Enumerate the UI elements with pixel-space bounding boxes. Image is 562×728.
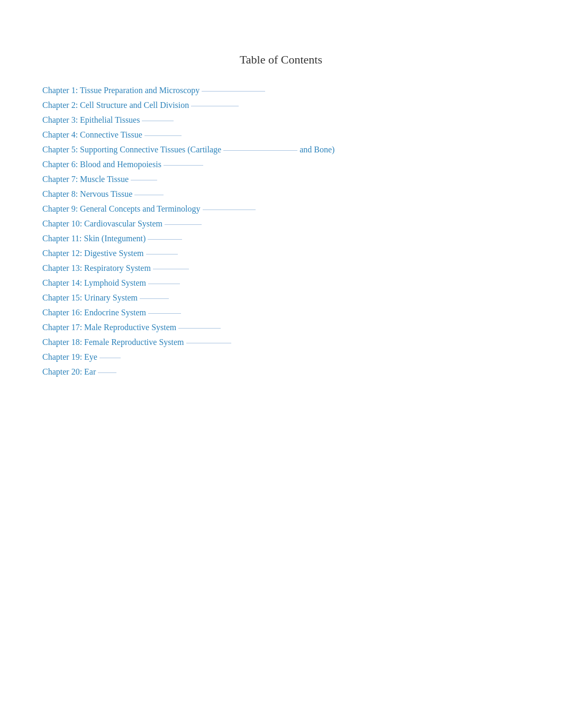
toc-dots	[203, 210, 256, 210]
toc-dots	[99, 358, 121, 358]
toc-item: Chapter 11: Skin (Integument)	[42, 234, 520, 243]
chapter-9-link[interactable]: Chapter 9: General Concepts and Terminol…	[42, 204, 201, 214]
toc-dots	[144, 135, 182, 136]
toc-item: Chapter 10: Cardiovascular System	[42, 219, 520, 229]
toc-item: Chapter 12: Digestive System	[42, 249, 520, 258]
chapter-20-link[interactable]: Chapter 20: Ear	[42, 367, 96, 377]
toc-dots	[186, 343, 231, 343]
toc-dots	[191, 106, 239, 106]
toc-item: Chapter 15: Urinary System	[42, 293, 520, 303]
chapter-1-link[interactable]: Chapter 1: Tissue Preparation and Micros…	[42, 86, 200, 95]
toc-item: Chapter 1: Tissue Preparation and Micros…	[42, 86, 520, 95]
toc-dots	[153, 269, 189, 269]
chapter-17-link[interactable]: Chapter 17: Male Reproductive System	[42, 323, 176, 332]
toc-dots	[202, 91, 265, 92]
toc-item: Chapter 9: General Concepts and Terminol…	[42, 204, 520, 214]
chapter-11-link[interactable]: Chapter 11: Skin (Integument)	[42, 234, 146, 243]
chapter-18-link[interactable]: Chapter 18: Female Reproductive System	[42, 338, 184, 347]
toc-item: Chapter 2: Cell Structure and Cell Divis…	[42, 101, 520, 110]
toc-dots	[140, 298, 169, 299]
toc-dots	[178, 328, 221, 329]
page-title: Table of Contents	[42, 53, 520, 67]
chapter-2-link[interactable]: Chapter 2: Cell Structure and Cell Divis…	[42, 101, 189, 110]
toc-dots	[148, 284, 180, 284]
toc-list: Chapter 1: Tissue Preparation and Micros…	[42, 86, 520, 377]
toc-item: Chapter 3: Epithelial Tissues	[42, 115, 520, 125]
chapter-7-link[interactable]: Chapter 7: Muscle Tissue	[42, 175, 129, 184]
toc-item: Chapter 13: Respiratory System	[42, 263, 520, 273]
toc-dots	[223, 150, 297, 151]
toc-dots	[134, 195, 164, 195]
toc-item: Chapter 17: Male Reproductive System	[42, 323, 520, 332]
toc-dots	[98, 372, 116, 373]
chapter-5-suffix: and Bone)	[300, 145, 334, 154]
chapter-8-link[interactable]: Chapter 8: Nervous Tissue	[42, 189, 132, 199]
toc-item: Chapter 5: Supporting Connective Tissues…	[42, 145, 520, 154]
chapter-4-link[interactable]: Chapter 4: Connective Tissue	[42, 130, 142, 140]
chapter-5-link[interactable]: Chapter 5: Supporting Connective Tissues…	[42, 145, 221, 154]
chapter-10-link[interactable]: Chapter 10: Cardiovascular System	[42, 219, 162, 229]
toc-dots	[146, 254, 178, 254]
chapter-19-link[interactable]: Chapter 19: Eye	[42, 352, 97, 362]
toc-item: Chapter 4: Connective Tissue	[42, 130, 520, 140]
toc-dots	[131, 180, 157, 180]
toc-item: Chapter 16: Endocrine System	[42, 308, 520, 317]
toc-item: Chapter 6: Blood and Hemopoiesis	[42, 160, 520, 169]
toc-item: Chapter 8: Nervous Tissue	[42, 189, 520, 199]
chapter-15-link[interactable]: Chapter 15: Urinary System	[42, 293, 138, 303]
toc-item: Chapter 14: Lymphoid System	[42, 278, 520, 288]
chapter-12-link[interactable]: Chapter 12: Digestive System	[42, 249, 144, 258]
toc-dots	[148, 239, 182, 240]
toc-item: Chapter 18: Female Reproductive System	[42, 338, 520, 347]
chapter-3-link[interactable]: Chapter 3: Epithelial Tissues	[42, 115, 140, 125]
toc-dots	[165, 224, 202, 225]
toc-item: Chapter 7: Muscle Tissue	[42, 175, 520, 184]
chapter-14-link[interactable]: Chapter 14: Lymphoid System	[42, 278, 146, 288]
toc-item: Chapter 19: Eye	[42, 352, 520, 362]
chapter-16-link[interactable]: Chapter 16: Endocrine System	[42, 308, 146, 317]
toc-dots	[164, 165, 203, 166]
toc-item: Chapter 20: Ear	[42, 367, 520, 377]
chapter-6-link[interactable]: Chapter 6: Blood and Hemopoiesis	[42, 160, 161, 169]
toc-dots	[142, 121, 174, 121]
toc-dots	[148, 313, 181, 314]
chapter-13-link[interactable]: Chapter 13: Respiratory System	[42, 263, 151, 273]
